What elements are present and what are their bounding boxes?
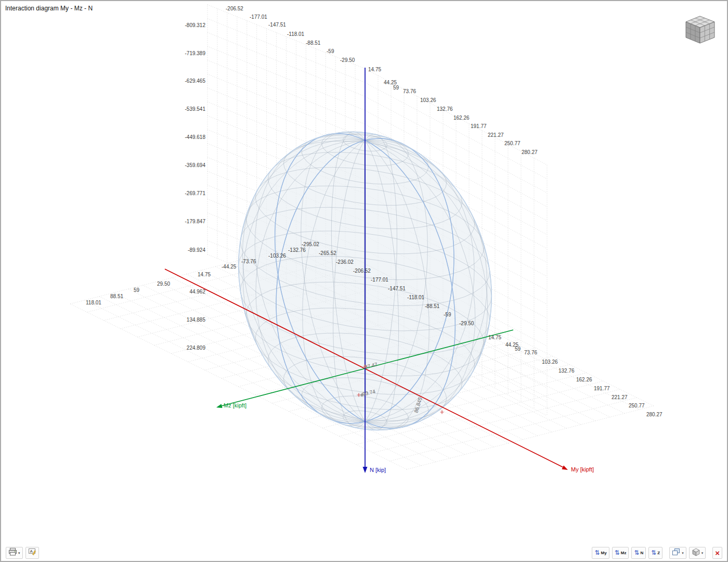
tick-label: 134.885 (187, 317, 206, 323)
tick-label: -29.50 (459, 321, 474, 326)
tick-label: 280.27 (646, 412, 662, 417)
layers-menu-button[interactable]: ▾ (669, 547, 686, 559)
tick-label: -103.26 (268, 253, 286, 259)
tick-label: 162.26 (453, 115, 470, 121)
tick-label: 221.27 (612, 394, 628, 400)
tick-label: 103.26 (420, 97, 436, 103)
dropdown-caret: ▾ (18, 551, 20, 555)
axis-label: Mz [kipft] (224, 402, 246, 408)
tick-label: -449.618 (185, 134, 206, 140)
tick-label: 191.77 (471, 123, 487, 129)
tick-label: 14.75 (488, 335, 501, 340)
projection-z-button[interactable]: ⇅ Z (648, 547, 662, 559)
tick-label: -265.52 (319, 250, 336, 256)
axis-arrow-my (562, 466, 568, 470)
tick-label: -539.541 (185, 106, 206, 112)
tick-label: 224.809 (187, 345, 206, 351)
updown-arrows-icon: ⇅ (634, 550, 639, 556)
tick-label: -147.51 (388, 286, 406, 291)
svg-text:A: A (30, 549, 33, 554)
axis-arrow-mz (216, 404, 223, 408)
axis-label: My [kipft] (571, 466, 594, 472)
tick-label: 103.26 (542, 359, 558, 365)
tick-label: -179.847 (185, 219, 206, 224)
tick-label: -88.51 (306, 40, 321, 46)
updown-arrows-icon: ⇅ (651, 550, 656, 556)
tick-label: 73.76 (524, 350, 537, 355)
tick-label: 59 (393, 85, 399, 91)
tick-label: 280.27 (522, 149, 538, 155)
tick-label: -177.01 (250, 14, 267, 20)
annotation-button[interactable]: A (25, 547, 39, 559)
annotation-icon: A (28, 548, 36, 557)
tick-label: -147.51 (268, 22, 286, 28)
projection-my-button[interactable]: ⇅ My (592, 547, 609, 559)
tick-label: -59 (327, 48, 334, 54)
tick-label: -269.771 (185, 190, 206, 196)
tick-label: -629.465 (185, 78, 206, 84)
view-title: Interaction diagram My - Mz - N (5, 5, 93, 12)
dropdown-caret: ▾ (682, 551, 684, 555)
tick-label: 59 (134, 287, 140, 293)
navigation-cube[interactable] (686, 16, 714, 43)
cube-icon (692, 548, 700, 558)
bottom-toolbar: ▾ A ⇅ My ⇅ Mz ⇅ (1, 544, 727, 561)
tick-label: -88.51 (425, 303, 440, 309)
projection-n-button[interactable]: ⇅ N (631, 547, 646, 559)
tick-label: 14.75 (198, 272, 211, 277)
axis-button-label: Z (657, 551, 660, 555)
tick-label: -809.312 (185, 22, 206, 28)
tick-label: 132.76 (437, 106, 453, 112)
tick-label: -118.01 (407, 295, 425, 300)
toolbar-left-group: ▾ A (6, 547, 39, 559)
tick-label: 88.51 (110, 293, 123, 299)
tick-label: -206.52 (353, 268, 371, 274)
tick-label: -73.76 (241, 259, 256, 264)
tick-label: 250.77 (629, 403, 645, 408)
tick-label: -89.924 (188, 247, 205, 253)
axis-button-label: N (640, 551, 643, 555)
views-menu-button[interactable]: ▾ (689, 547, 706, 559)
layers-icon (672, 548, 681, 557)
tick-label: -132.76 (288, 247, 306, 253)
tick-label: 59 (515, 346, 521, 352)
tick-label: -206.52 (226, 6, 243, 11)
tick-label: 73.76 (403, 88, 416, 94)
tick-label: 14.75 (368, 67, 381, 72)
tick-label: 162.26 (576, 377, 592, 382)
tick-label: -177.01 (371, 277, 388, 283)
axis-arrow-n (363, 467, 368, 473)
axis-button-label: Mz (621, 551, 627, 555)
axis-label: N [kip] (370, 467, 386, 473)
close-icon: × (715, 549, 720, 557)
tick-label: 221.27 (488, 132, 504, 138)
tick-label: -295.02 (302, 241, 319, 247)
close-view-button[interactable]: × (712, 547, 722, 559)
updown-arrows-icon: ⇅ (615, 550, 620, 556)
tick-label: 29.50 (157, 281, 170, 287)
diagram-viewport[interactable]: My [kipft]Mz [kipft]N [kip]-206.52-177.0… (1, 1, 728, 562)
toolbar-right-group: ⇅ My ⇅ Mz ⇅ N ⇅ Z (592, 547, 722, 559)
tick-label: 191.77 (594, 386, 610, 391)
projection-mz-button[interactable]: ⇅ Mz (612, 547, 629, 559)
tick-label: -44.25 (222, 264, 237, 270)
printer-icon (8, 548, 17, 557)
tick-label: -59 (444, 312, 451, 317)
tick-label: 132.76 (558, 368, 575, 374)
tick-label: 44.962 (189, 289, 205, 295)
dropdown-caret: ▾ (701, 551, 704, 555)
tick-label: 118.01 (86, 300, 101, 305)
axis-button-label: My (601, 551, 607, 555)
print-button[interactable]: ▾ (6, 547, 23, 559)
tick-label: 250.77 (504, 140, 521, 146)
tick-label: -359.694 (185, 162, 206, 168)
tick-label: -29.50 (340, 57, 355, 63)
tick-label: -118.01 (287, 31, 305, 37)
design-point-marker (440, 411, 444, 414)
tick-label: -236.02 (336, 259, 354, 265)
app-window: Interaction diagram My - Mz - N My [kipf… (0, 0, 728, 562)
tick-label: -719.389 (185, 50, 206, 56)
updown-arrows-icon: ⇅ (594, 550, 600, 556)
